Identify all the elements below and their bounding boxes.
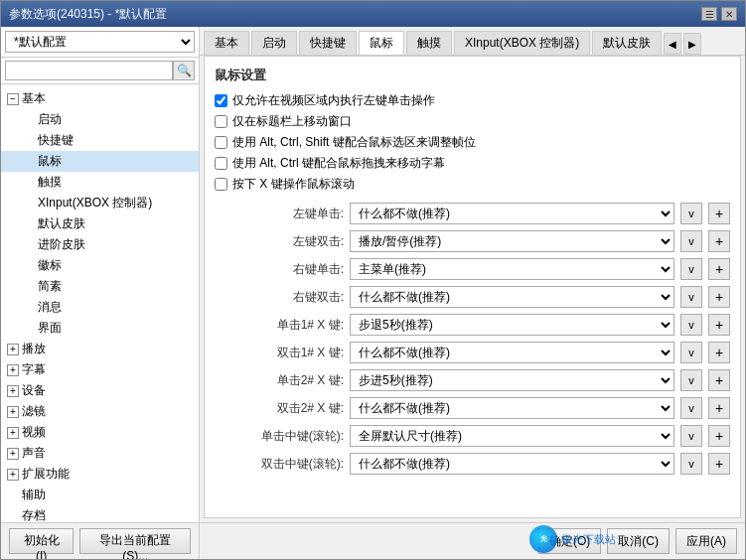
tree-item-device[interactable]: +设备 xyxy=(1,380,199,401)
search-box: 🔍 xyxy=(1,58,199,84)
setting-row-9: 双击中键(滚轮):什么都不做(推荐)全屏默认尺寸v+ xyxy=(215,453,730,475)
config-dropdown[interactable]: *默认配置 xyxy=(5,31,195,53)
setting-v-btn-3[interactable]: v xyxy=(680,286,702,308)
setting-plus-btn-0[interactable]: + xyxy=(708,203,730,224)
init-button[interactable]: 初始化(I) xyxy=(9,528,74,554)
expand-icon[interactable]: − xyxy=(7,93,19,105)
tab-hotkey[interactable]: 快捷键 xyxy=(299,31,357,55)
setting-v-btn-4[interactable]: v xyxy=(680,314,702,336)
expand-icon[interactable]: + xyxy=(7,344,19,355)
setting-v-btn-7[interactable]: v xyxy=(680,397,702,419)
setting-label-9: 双击中键(滚轮): xyxy=(215,456,344,473)
setting-plus-btn-9[interactable]: + xyxy=(708,453,730,475)
tree-item-marks[interactable]: 徽标 xyxy=(1,255,199,276)
cancel-button[interactable]: 取消(C) xyxy=(607,528,670,554)
tab-start[interactable]: 启动 xyxy=(251,31,297,55)
section-title: 鼠标设置 xyxy=(215,67,730,84)
tree-item-touch[interactable]: 触摸 xyxy=(1,172,199,193)
tab-nav-prev[interactable]: ◀ xyxy=(664,33,681,55)
apply-button[interactable]: 应用(A) xyxy=(675,528,737,554)
close-button[interactable]: ✕ xyxy=(721,7,737,21)
setting-plus-btn-7[interactable]: + xyxy=(708,397,730,419)
checkbox-row-2: 使用 Alt, Ctrl, Shift 键配合鼠标选区来调整帧位 xyxy=(215,134,730,151)
setting-plus-btn-2[interactable]: + xyxy=(708,258,730,280)
search-input[interactable] xyxy=(5,61,173,80)
pin-button[interactable]: ☰ xyxy=(701,7,717,21)
checkbox-cb5[interactable] xyxy=(215,178,227,191)
setting-plus-btn-8[interactable]: + xyxy=(708,425,730,447)
tree-item-label: 快捷键 xyxy=(38,132,74,149)
setting-select-6[interactable]: 步进5秒(推荐)什么都不做 xyxy=(350,369,674,391)
tree-item-video[interactable]: +视频 xyxy=(1,422,199,443)
expand-icon[interactable]: + xyxy=(7,427,19,439)
setting-v-btn-2[interactable]: v xyxy=(680,258,702,280)
tab-xinput[interactable]: XInput(XBOX 控制器) xyxy=(454,31,590,55)
checkbox-cb1[interactable] xyxy=(215,94,227,107)
setting-v-btn-6[interactable]: v xyxy=(680,369,702,391)
tree-item-xinput[interactable]: XInput(XBOX 控制器) xyxy=(1,193,199,213)
tree-item-message[interactable]: 消息 xyxy=(1,297,199,318)
main-content: 鼠标设置 仅允许在视频区域内执行左键单击操作仅在标题栏上移动窗口使用 Alt, … xyxy=(204,56,741,518)
title-bar: 参数选项(240315) - *默认配置 ☰ ✕ xyxy=(1,1,745,27)
search-button[interactable]: 🔍 xyxy=(173,61,195,80)
tree-item-subtitle[interactable]: +字幕 xyxy=(1,359,199,380)
tree-item-simple[interactable]: 简素 xyxy=(1,276,199,297)
setting-select-9[interactable]: 什么都不做(推荐)全屏默认尺寸 xyxy=(350,453,674,475)
setting-v-btn-8[interactable]: v xyxy=(680,425,702,447)
tree-item-audio[interactable]: +声音 xyxy=(1,443,199,464)
checkbox-cb4[interactable] xyxy=(215,157,227,170)
setting-select-8[interactable]: 全屏默认尺寸(推荐)什么都不做 xyxy=(350,425,674,447)
tree-item-label: 辅助 xyxy=(22,487,46,503)
settings-container: 左键单击:什么都不做(推荐)播放/暂停主菜单v+左键双击:播放/暂停(推荐)什么… xyxy=(215,203,730,475)
tree-item-skin[interactable]: 默认皮肤 xyxy=(1,213,199,234)
title-bar-controls: ☰ ✕ xyxy=(701,7,737,21)
setting-select-0[interactable]: 什么都不做(推荐)播放/暂停主菜单 xyxy=(350,203,674,224)
tree-item-play[interactable]: +播放 xyxy=(1,339,199,359)
tab-touch[interactable]: 触摸 xyxy=(406,31,452,55)
setting-plus-btn-5[interactable]: + xyxy=(708,342,730,363)
expand-icon[interactable]: + xyxy=(7,406,19,418)
tab-mouse[interactable]: 鼠标 xyxy=(359,31,404,56)
window-title: 参数选项(240315) - *默认配置 xyxy=(9,6,167,23)
expand-icon[interactable]: + xyxy=(7,364,19,376)
setting-label-8: 单击中键(滚轮): xyxy=(215,428,344,445)
tree-item-ui[interactable]: 界面 xyxy=(1,318,199,339)
setting-plus-btn-4[interactable]: + xyxy=(708,314,730,336)
setting-select-4[interactable]: 步退5秒(推荐)什么都不做 xyxy=(350,314,674,336)
tree-item-start[interactable]: 启动 xyxy=(1,109,199,130)
setting-select-3[interactable]: 什么都不做(推荐)播放/暂停主菜单 xyxy=(350,286,674,308)
tree-item-label: 播放 xyxy=(22,341,46,357)
setting-plus-btn-6[interactable]: + xyxy=(708,369,730,391)
setting-select-5[interactable]: 什么都不做(推荐)步退5秒 xyxy=(350,342,674,363)
tree-item-basic[interactable]: −基本 xyxy=(1,88,199,109)
setting-v-btn-9[interactable]: v xyxy=(680,453,702,475)
expand-icon[interactable]: + xyxy=(7,385,19,397)
tree-item-advskin[interactable]: 进阶皮肤 xyxy=(1,234,199,255)
expand-icon[interactable]: + xyxy=(7,469,19,481)
tree-item-hotkey[interactable]: 快捷键 xyxy=(1,130,199,151)
tree-item-mouse[interactable]: 鼠标 xyxy=(1,151,199,172)
setting-select-7[interactable]: 什么都不做(推荐)步进5秒 xyxy=(350,397,674,419)
expand-icon[interactable]: + xyxy=(7,448,19,460)
tree-item-extend[interactable]: +扩展功能 xyxy=(1,464,199,485)
tree-item-filter[interactable]: +滤镜 xyxy=(1,401,199,422)
tree-item-docs[interactable]: 存档 xyxy=(1,505,199,522)
tab-basic[interactable]: 基本 xyxy=(204,31,249,55)
setting-select-1[interactable]: 播放/暂停(推荐)什么都不做主菜单 xyxy=(350,230,674,252)
setting-label-1: 左键双击: xyxy=(215,233,344,250)
export-button[interactable]: 导出当前配置(S)... xyxy=(79,528,191,554)
tree-item-assist[interactable]: 辅助 xyxy=(1,485,199,505)
setting-select-2[interactable]: 主菜单(推荐)什么都不做播放/暂停 xyxy=(350,258,674,280)
tab-nav-next[interactable]: ▶ xyxy=(683,33,701,55)
checkbox-cb2[interactable] xyxy=(215,115,227,128)
tree-item-label: 扩展功能 xyxy=(22,466,70,483)
setting-v-btn-1[interactable]: v xyxy=(680,230,702,252)
setting-plus-btn-1[interactable]: + xyxy=(708,230,730,252)
tab-defskin[interactable]: 默认皮肤 xyxy=(592,31,662,55)
setting-label-2: 右键单击: xyxy=(215,261,344,278)
setting-v-btn-0[interactable]: v xyxy=(680,203,702,224)
setting-plus-btn-3[interactable]: + xyxy=(708,286,730,308)
checkbox-cb3[interactable] xyxy=(215,136,227,149)
setting-v-btn-5[interactable]: v xyxy=(680,342,702,363)
setting-label-4: 单击1# X 键: xyxy=(215,317,344,334)
